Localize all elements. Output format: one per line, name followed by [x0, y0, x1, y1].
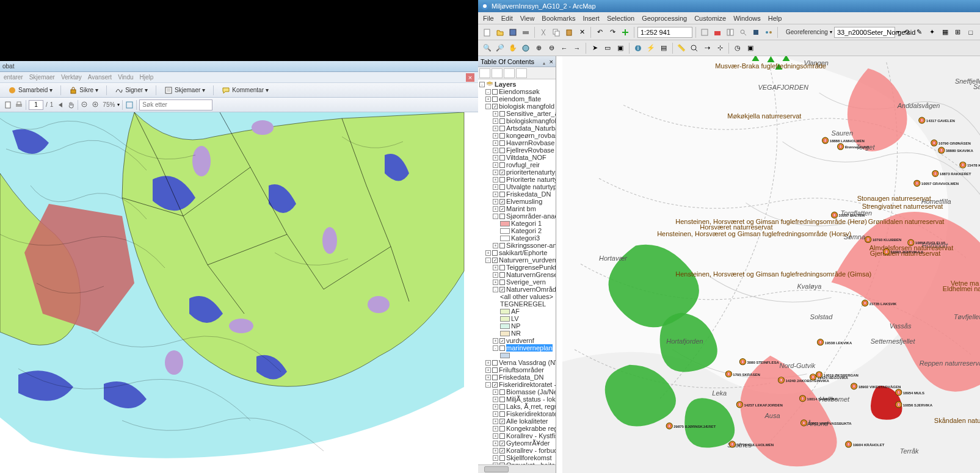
- toc-layer-row[interactable]: AF: [478, 308, 556, 315]
- expand-icon[interactable]: +: [493, 133, 498, 139]
- layer-visibility-checkbox[interactable]: [499, 280, 505, 285]
- toc-layer-row[interactable]: +Friluftsområder: [478, 366, 556, 374]
- toc-tree[interactable]: - Layers -Eiendomssøk+eiendom_flate-biol…: [478, 79, 556, 464]
- expand-icon[interactable]: -: [485, 258, 491, 263]
- menu-item[interactable]: Vindu: [118, 74, 133, 81]
- kommentar-button[interactable]: Kommentar ▾: [217, 84, 273, 96]
- add-data-icon[interactable]: [620, 27, 631, 38]
- redo-icon[interactable]: ↷: [607, 27, 618, 38]
- expand-icon[interactable]: +: [485, 367, 491, 373]
- toc-layer-row[interactable]: +Fiskeridirektoratets konto: [478, 410, 556, 417]
- pan-icon[interactable]: ✋: [507, 43, 518, 54]
- toc-layer-row[interactable]: +Sikringssoner-anadrom fi: [478, 242, 556, 249]
- expand-icon[interactable]: +: [493, 397, 498, 402]
- menu-edit[interactable]: Edit: [501, 15, 513, 22]
- list-by-drawing-order-icon[interactable]: [479, 68, 490, 78]
- pin-icon[interactable]: [540, 57, 548, 66]
- layer-visibility-checkbox[interactable]: [499, 192, 505, 197]
- toc-layer-row[interactable]: -Eiendomssøk: [478, 88, 556, 95]
- toc-layer-row[interactable]: Kategori 1: [478, 220, 556, 227]
- toc-layer-row[interactable]: +Sensitive_arter_artsdatab: [478, 110, 556, 117]
- undo-icon[interactable]: ↶: [594, 27, 605, 38]
- expand-icon[interactable]: +: [493, 272, 498, 278]
- layer-visibility-checkbox[interactable]: [499, 338, 505, 344]
- layer-visibility-checkbox[interactable]: [499, 155, 505, 161]
- select-features-icon[interactable]: ▣: [615, 43, 626, 54]
- python-icon[interactable]: [750, 27, 761, 38]
- expand-icon[interactable]: +: [493, 448, 498, 453]
- toc-layer-row[interactable]: +Prioriterte naturtyper (fla: [478, 176, 556, 183]
- expand-icon[interactable]: +: [493, 441, 498, 446]
- toc-layer-row[interactable]: +Viltdata_NOF: [478, 154, 556, 161]
- toc-layer-row[interactable]: +Skjellforekomst: [478, 454, 556, 461]
- layer-visibility-checkbox[interactable]: [492, 96, 498, 102]
- list-by-visibility-icon[interactable]: [504, 68, 515, 78]
- toc-layer-row[interactable]: +HavørnRovbase: [478, 139, 556, 146]
- menu-view[interactable]: View: [520, 15, 535, 22]
- menu-customize[interactable]: Customize: [694, 15, 726, 22]
- html-popup-icon[interactable]: ▤: [658, 43, 669, 54]
- chevron-down-icon[interactable]: ▾: [897, 29, 899, 35]
- expand-icon[interactable]: +: [493, 118, 498, 124]
- first-page-icon[interactable]: [56, 101, 64, 109]
- expand-icon[interactable]: +: [493, 206, 498, 212]
- toc-layer-row[interactable]: +vurdvernf: [478, 337, 556, 344]
- hyperlink-icon[interactable]: ⚡: [645, 43, 656, 54]
- toc-layer-row[interactable]: +Korallrev - Kystfisksreg: [478, 432, 556, 439]
- toc-layer-row[interactable]: +Kongekrabbe regulering: [478, 425, 556, 432]
- georef-tool-icon[interactable]: ✎: [914, 27, 925, 38]
- create-viewer-icon[interactable]: ▣: [745, 43, 756, 54]
- expand-icon[interactable]: +: [493, 184, 498, 190]
- select-icon[interactable]: ➤: [589, 43, 600, 54]
- toc-layer-row[interactable]: Kategori3: [478, 234, 556, 242]
- copy-icon[interactable]: [551, 27, 562, 38]
- toc-layer-row[interactable]: +NaturvernGrense: [478, 271, 556, 278]
- menu-item[interactable]: Skjemaer: [29, 74, 55, 81]
- pdf-map-viewport[interactable]: [0, 112, 478, 473]
- fit-icon[interactable]: [125, 101, 134, 109]
- toolbox-icon[interactable]: [712, 27, 723, 38]
- prev-extent-icon[interactable]: ←: [559, 43, 570, 54]
- expand-icon[interactable]: +: [493, 148, 498, 153]
- zoom-out-icon[interactable]: [81, 101, 89, 109]
- zoom-in-icon[interactable]: 🔍: [482, 43, 493, 54]
- georef-tool-icon[interactable]: □: [965, 27, 976, 38]
- cut-icon[interactable]: [538, 27, 549, 38]
- layer-visibility-checkbox[interactable]: [499, 419, 505, 424]
- layer-visibility-checkbox[interactable]: [499, 206, 505, 212]
- georef-tool-icon[interactable]: ⟲: [901, 27, 912, 38]
- expand-icon[interactable]: -: [493, 345, 498, 351]
- signer-button[interactable]: Signer ▾: [111, 84, 152, 96]
- expand-icon[interactable]: +: [493, 199, 498, 204]
- fixed-zoom-out-icon[interactable]: ⊖: [546, 43, 557, 54]
- expand-icon[interactable]: +: [493, 177, 498, 182]
- new-icon[interactable]: [482, 27, 493, 38]
- go-to-xy-icon[interactable]: ⊹: [714, 43, 725, 54]
- expand-icon[interactable]: +: [493, 192, 498, 197]
- expand-icon[interactable]: +: [493, 455, 498, 461]
- skjemaer-button[interactable]: Skjemaer ▾: [160, 84, 209, 96]
- toc-layer-row[interactable]: +Sverige_vern: [478, 278, 556, 286]
- layer-visibility-checkbox[interactable]: [499, 397, 505, 402]
- layer-visibility-checkbox[interactable]: [499, 265, 505, 270]
- toc-layer-row[interactable]: +GyteomrÃ¥der: [478, 439, 556, 447]
- next-extent-icon[interactable]: →: [572, 43, 583, 54]
- toc-layer-row[interactable]: -Sjøområder-anadrom fis: [478, 212, 556, 220]
- layer-visibility-checkbox[interactable]: [492, 367, 498, 373]
- menu-geoprocessing[interactable]: Geoprocessing: [642, 15, 687, 22]
- save-icon[interactable]: [507, 27, 518, 38]
- layer-visibility-checkbox[interactable]: [499, 455, 505, 461]
- model-icon[interactable]: [763, 27, 774, 38]
- measure-icon[interactable]: 📏: [676, 43, 687, 54]
- toc-horizontal-scrollbar[interactable]: [478, 464, 556, 473]
- menu-item[interactable]: Hjelp: [140, 74, 154, 81]
- expand-icon[interactable]: +: [493, 280, 498, 285]
- fixed-zoom-in-icon[interactable]: ⊕: [533, 43, 544, 54]
- expand-icon[interactable]: +: [493, 426, 498, 431]
- arcmap-menubar[interactable]: File Edit View Bookmarks Insert Selectio…: [478, 12, 980, 24]
- toc-layer-row[interactable]: +sakikart/Ephorte: [478, 249, 556, 256]
- toc-layer-row[interactable]: NR: [478, 330, 556, 337]
- toc-layer-row[interactable]: +Friskedata_DN: [478, 374, 556, 381]
- expand-icon[interactable]: -: [485, 382, 491, 388]
- expand-icon[interactable]: -: [485, 104, 491, 109]
